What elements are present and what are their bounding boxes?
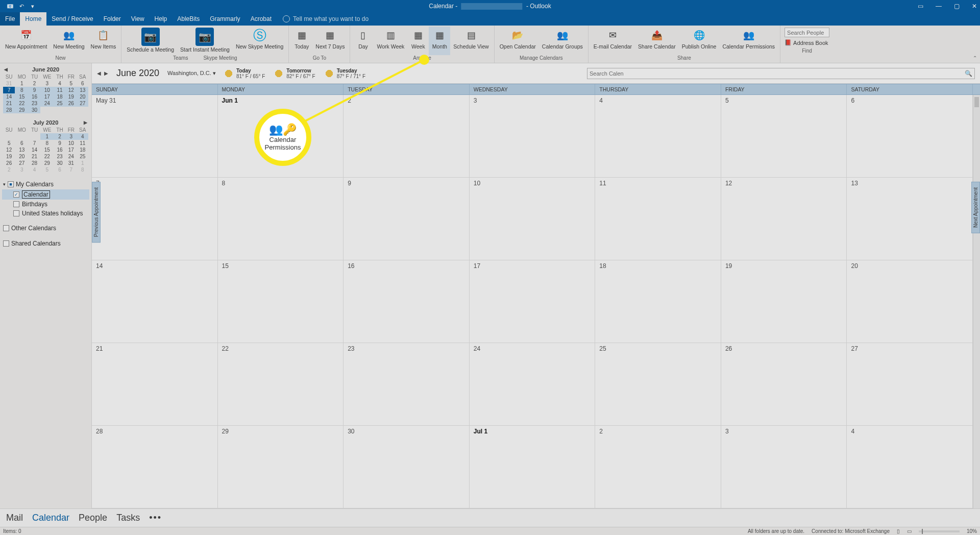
day-cell[interactable]: 4 <box>595 95 721 177</box>
day-cell[interactable]: 30 <box>344 426 470 508</box>
location-picker[interactable]: Washington, D.C. ▾ <box>167 70 216 77</box>
us-holidays-item[interactable]: United States holidays <box>2 209 89 218</box>
search-icon[interactable]: 🔍 <box>965 70 972 77</box>
day-cell[interactable]: 13 <box>847 178 973 260</box>
day-cell[interactable]: 12 <box>721 178 847 260</box>
checkbox-icon[interactable] <box>13 201 19 207</box>
scroll-thumb[interactable] <box>974 97 979 107</box>
day-cell[interactable]: 11 <box>595 178 721 260</box>
day-cell[interactable]: 3 <box>721 426 847 508</box>
tab-acrobat[interactable]: Acrobat <box>246 12 277 26</box>
new-appointment-button[interactable]: 📅New Appointment <box>2 27 50 55</box>
email-calendar-button[interactable]: ✉E-mail Calendar <box>591 27 635 55</box>
day-cell[interactable]: 28 <box>92 426 218 508</box>
day-cell[interactable]: 22 <box>218 343 344 425</box>
day-cell[interactable]: 17 <box>470 260 596 343</box>
day-cell[interactable]: 18 <box>595 260 721 343</box>
day-cell[interactable]: 24 <box>470 343 596 425</box>
day-cell[interactable]: 15 <box>218 260 344 343</box>
tab-help[interactable]: Help <box>150 12 173 26</box>
nav-calendar[interactable]: Calendar <box>32 513 69 523</box>
tell-me-search[interactable]: Tell me what you want to do <box>283 12 369 26</box>
shared-calendars-header[interactable]: Shared Calendars <box>2 238 89 249</box>
schedule-view-button[interactable]: ▤Schedule View <box>450 27 492 55</box>
new-items-button[interactable]: 📋New Items <box>88 27 119 55</box>
day-cell[interactable]: 8 <box>218 178 344 260</box>
other-calendars-header[interactable]: Other Calendars <box>2 223 89 233</box>
tab-send-receive[interactable]: Send / Receive <box>46 12 98 26</box>
day-cell[interactable]: 23 <box>344 343 470 425</box>
new-skype-meeting-button[interactable]: ⓈNew Skype Meeting <box>233 27 286 55</box>
day-cell[interactable]: 7 <box>92 178 218 260</box>
checkbox-icon[interactable] <box>13 210 19 216</box>
day-cell[interactable]: 9 <box>344 178 470 260</box>
day-cell[interactable]: 5 <box>721 95 847 177</box>
view-reading-icon[interactable]: ▭ <box>907 528 912 534</box>
tab-grammarly[interactable]: Grammarly <box>205 12 245 26</box>
nav-mail[interactable]: Mail <box>6 513 23 523</box>
day-cell[interactable]: 2 <box>595 426 721 508</box>
nav-tasks[interactable]: Tasks <box>116 513 140 523</box>
calendar-item[interactable]: ✓Calendar <box>2 189 89 200</box>
day-cell[interactable]: 14 <box>92 260 218 343</box>
next-7-days-button[interactable]: ▦Next 7 Days <box>312 27 348 55</box>
today-button[interactable]: ▦Today <box>291 27 312 55</box>
checkbox-icon[interactable] <box>3 240 9 247</box>
day-cell[interactable]: 16 <box>344 260 470 343</box>
calendar-search[interactable]: 🔍 <box>587 68 975 79</box>
day-cell[interactable]: 21 <box>92 343 218 425</box>
mini-cal-table[interactable]: SUMOTUWETHFRSA31123456789101112131415161… <box>3 74 88 113</box>
month-view-button[interactable]: ▦Month <box>429 27 450 55</box>
prev-period-button[interactable]: ◀ <box>97 70 101 76</box>
collapse-ribbon-button[interactable]: ⌃ <box>973 55 977 61</box>
day-view-button[interactable]: ▯Day <box>352 27 374 55</box>
minimize-icon[interactable]: — <box>936 3 942 10</box>
day-cell[interactable]: 6 <box>847 95 973 177</box>
close-icon[interactable]: ✕ <box>972 3 977 10</box>
vertical-scrollbar[interactable] <box>973 95 980 508</box>
tab-ablebits[interactable]: AbleBits <box>172 12 205 26</box>
birthdays-item[interactable]: Birthdays <box>2 200 89 209</box>
checkbox-icon[interactable]: ■ <box>8 181 14 187</box>
calendar-search-input[interactable] <box>590 70 965 77</box>
day-cell[interactable]: 20 <box>847 260 973 343</box>
day-cell[interactable]: 25 <box>595 343 721 425</box>
day-cell[interactable]: 4 <box>847 426 973 508</box>
tab-file[interactable]: File <box>0 12 20 26</box>
share-calendar-button[interactable]: 📤Share Calendar <box>635 27 679 55</box>
day-cell[interactable]: 27 <box>847 343 973 425</box>
my-calendars-header[interactable]: ▾■My Calendars <box>2 179 89 189</box>
nav-more[interactable]: ••• <box>149 513 162 523</box>
day-cell[interactable]: 26 <box>721 343 847 425</box>
prev-month-button[interactable]: ◀ <box>4 67 8 72</box>
customize-qat-icon[interactable]: ▾ <box>29 2 37 10</box>
day-cell[interactable]: May 31 <box>92 95 218 177</box>
day-cell[interactable]: 3 <box>470 95 596 177</box>
tab-view[interactable]: View <box>126 12 150 26</box>
next-appointment-tab[interactable]: Next Appointment <box>971 182 980 233</box>
start-instant-meeting-button[interactable]: 📷Start Instant Meeting <box>177 27 233 55</box>
search-people-input[interactable] <box>785 28 829 37</box>
day-cell[interactable]: Jul 1 <box>470 426 596 508</box>
next-period-button[interactable]: ▶ <box>104 70 108 76</box>
calendar-groups-button[interactable]: 👥Calendar Groups <box>539 27 586 55</box>
next-month-button[interactable]: ▶ <box>84 120 87 125</box>
checkbox-icon[interactable]: ✓ <box>13 191 19 198</box>
workweek-view-button[interactable]: ▥Work Week <box>374 27 407 55</box>
day-cell[interactable]: 10 <box>470 178 596 260</box>
view-normal-icon[interactable]: ▯ <box>897 528 900 534</box>
calendar-permissions-button[interactable]: 👥Calendar Permissions <box>719 27 778 55</box>
new-meeting-button[interactable]: 👥New Meeting <box>50 27 87 55</box>
previous-appointment-tab[interactable]: Previous Appointment <box>92 182 101 242</box>
ribbon-display-icon[interactable]: ▭ <box>918 3 923 10</box>
maximize-icon[interactable]: ▢ <box>954 3 960 10</box>
day-cell[interactable]: 2 <box>344 95 470 177</box>
mini-cal-table-2[interactable]: SUMOTUWETHFRSA12345678910111213141516171… <box>3 127 88 173</box>
nav-people[interactable]: People <box>79 513 107 523</box>
undo-icon[interactable]: ↶ <box>17 2 26 10</box>
tab-folder[interactable]: Folder <box>99 12 126 26</box>
day-cell[interactable]: 19 <box>721 260 847 343</box>
schedule-meeting-button[interactable]: 📷Schedule a Meeting <box>124 27 177 55</box>
checkbox-icon[interactable] <box>3 225 9 231</box>
address-book-button[interactable]: 📕Address Book <box>785 39 829 46</box>
